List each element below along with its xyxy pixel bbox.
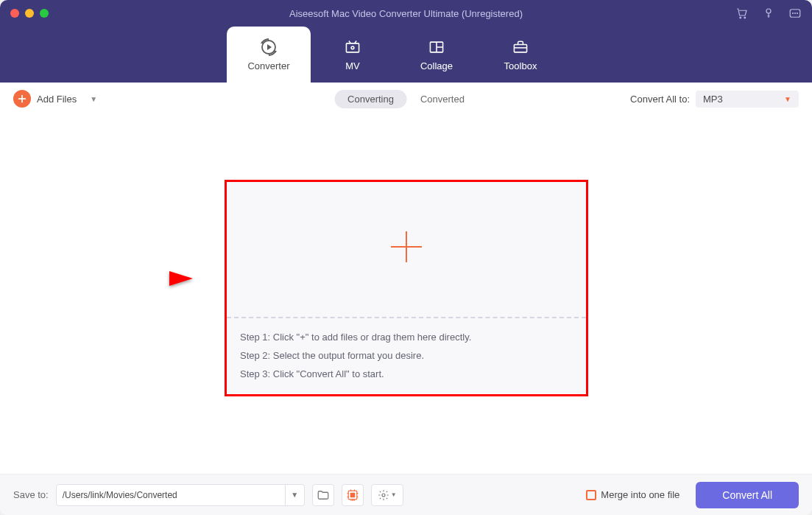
- svg-point-5: [795, 13, 796, 14]
- output-format-select[interactable]: MP3 ▼: [696, 91, 799, 108]
- convert-all-to-label: Convert All to:: [630, 94, 690, 105]
- tab-converting[interactable]: Converting: [334, 90, 407, 108]
- chevron-down-icon: ▼: [90, 95, 97, 103]
- svg-point-4: [793, 13, 794, 14]
- gpu-acceleration-button[interactable]: ON: [342, 484, 364, 506]
- svg-text:ON: ON: [350, 498, 355, 502]
- svg-point-12: [351, 46, 354, 49]
- traffic-lights: [10, 9, 49, 18]
- dropzone[interactable]: Step 1: Click "+" to add files or drag t…: [225, 180, 588, 396]
- collage-icon: [426, 38, 447, 56]
- arrow-annotation: [90, 268, 200, 293]
- svg-rect-16: [514, 44, 526, 52]
- add-file-plus-button[interactable]: [388, 228, 425, 270]
- svg-rect-11: [346, 43, 359, 52]
- chevron-down-icon: ▼: [391, 491, 397, 498]
- svg-point-29: [382, 494, 385, 497]
- toolbox-icon: [510, 38, 531, 56]
- svg-marker-8: [267, 44, 272, 50]
- save-to-path-select[interactable]: /Users/link/Movies/Converted ▼: [56, 484, 305, 506]
- menu-icon[interactable]: [788, 7, 802, 20]
- window-title: Aiseesoft Mac Video Converter Ultimate (…: [0, 8, 812, 19]
- close-window-button[interactable]: [10, 9, 19, 18]
- dropzone-top: [227, 182, 586, 318]
- tab-toolbox-label: Toolbox: [504, 60, 537, 71]
- tab-converter[interactable]: Converter: [227, 27, 311, 83]
- tab-toolbox[interactable]: Toolbox: [479, 27, 562, 83]
- merge-label: Merge into one file: [601, 489, 679, 500]
- converter-icon: [258, 38, 279, 56]
- step-1: Step 1: Click "+" to add files or drag t…: [240, 332, 573, 343]
- svg-marker-19: [169, 271, 193, 286]
- svg-point-0: [740, 17, 741, 18]
- svg-rect-21: [350, 492, 355, 497]
- convert-all-button[interactable]: Convert All: [696, 482, 799, 508]
- titlebar: Aiseesoft Mac Video Converter Ultimate (…: [0, 0, 812, 27]
- title-icons: [735, 7, 802, 20]
- tab-mv[interactable]: MV: [311, 27, 395, 83]
- minimize-window-button[interactable]: [25, 9, 34, 18]
- key-icon[interactable]: [762, 7, 775, 20]
- tab-collage-label: Collage: [420, 60, 453, 71]
- merge-checkbox[interactable]: Merge into one file: [586, 489, 679, 500]
- tab-collage[interactable]: Collage: [395, 27, 479, 83]
- add-files-label: Add Files: [37, 94, 77, 105]
- checkbox-icon: [586, 490, 596, 500]
- segment-tabs: Converting Converted: [334, 90, 478, 108]
- dropzone-steps: Step 1: Click "+" to add files or drag t…: [227, 318, 586, 394]
- tab-converter-label: Converter: [247, 60, 289, 71]
- svg-point-1: [744, 17, 746, 18]
- open-folder-button[interactable]: [312, 484, 334, 506]
- svg-point-6: [797, 13, 798, 14]
- convert-all-to-group: Convert All to: MP3 ▼: [630, 91, 799, 108]
- main-area: Step 1: Click "+" to add files or drag t…: [0, 115, 812, 474]
- save-to-label: Save to:: [13, 489, 49, 500]
- chevron-down-icon: ▼: [784, 95, 791, 103]
- add-files-button[interactable]: Add Files ▼: [13, 90, 97, 108]
- maximize-window-button[interactable]: [40, 9, 49, 18]
- subbar: Add Files ▼ Converting Converted Convert…: [0, 83, 812, 115]
- plus-icon: [13, 90, 31, 108]
- tab-mv-label: MV: [345, 60, 360, 71]
- cart-icon[interactable]: [735, 7, 749, 20]
- bottombar: Save to: /Users/link/Movies/Converted ▼ …: [0, 474, 812, 515]
- step-2: Step 2: Select the output format you des…: [240, 350, 573, 361]
- chevron-down-icon: ▼: [285, 485, 304, 505]
- save-to-path-text: /Users/link/Movies/Converted: [57, 490, 285, 500]
- app-window: Aiseesoft Mac Video Converter Ultimate (…: [0, 0, 812, 515]
- output-format-value: MP3: [703, 94, 723, 105]
- top-nav: Converter MV Collage Toolbox: [0, 27, 812, 83]
- svg-point-2: [766, 9, 771, 13]
- mv-icon: [342, 38, 363, 56]
- step-3: Step 3: Click "Convert All" to start.: [240, 368, 573, 379]
- tab-converted[interactable]: Converted: [407, 90, 478, 108]
- settings-button[interactable]: ▼: [371, 484, 403, 506]
